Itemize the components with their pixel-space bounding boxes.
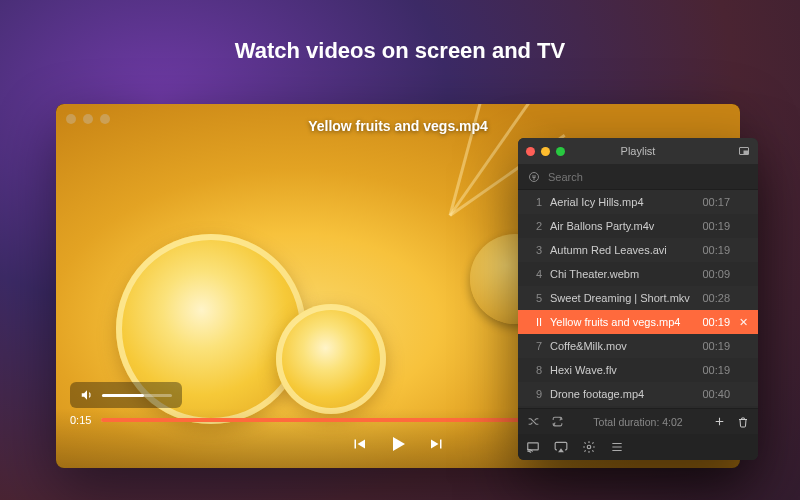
playlist-row-index: II (528, 316, 542, 328)
volume-fill (102, 394, 144, 397)
playlist-row-index: 1 (528, 196, 542, 208)
playlist-toggle-icon[interactable] (610, 440, 624, 454)
airplay-icon[interactable] (554, 440, 568, 454)
playlist-row-name: Coffe&Milk.mov (550, 340, 694, 352)
playlist-row-name: Air Ballons Party.m4v (550, 220, 694, 232)
playlist-row-duration: 00:19 (702, 244, 730, 256)
playlist-row[interactable]: 8Hexi Wave.flv00:19✕ (518, 358, 758, 382)
volume-control[interactable] (70, 382, 182, 408)
popout-icon[interactable] (738, 145, 750, 157)
playlist-row[interactable]: IIYellow fruits and vegs.mp400:19✕ (518, 310, 758, 334)
playlist-row-index: 4 (528, 268, 542, 280)
search-input[interactable] (548, 171, 748, 183)
playlist-row-duration: 00:40 (702, 388, 730, 400)
window-traffic-lights (66, 114, 110, 124)
cast-icon[interactable] (526, 440, 540, 454)
previous-button[interactable] (350, 435, 368, 453)
playlist-row[interactable]: 9Drone footage.mp400:40✕ (518, 382, 758, 406)
playlist-row-index: 7 (528, 340, 542, 352)
svg-marker-0 (82, 390, 87, 399)
playlist-row-index: 2 (528, 220, 542, 232)
playlist-row-duration: 00:09 (702, 268, 730, 280)
svg-marker-5 (558, 448, 564, 452)
playlist-row[interactable]: 7Coffe&Milk.mov00:19✕ (518, 334, 758, 358)
window-minimize-icon[interactable] (83, 114, 93, 124)
playlist-row-name: Autumn Red Leaves.avi (550, 244, 694, 256)
playlist-row-duration: 00:17 (702, 196, 730, 208)
playlist-row-name: Aerial Icy Hills.mp4 (550, 196, 694, 208)
page-headline: Watch videos on screen and TV (0, 38, 800, 64)
volume-icon (80, 388, 94, 402)
shuffle-icon[interactable] (526, 415, 540, 428)
svg-rect-2 (744, 151, 748, 154)
playlist-row-index: 9 (528, 388, 542, 400)
playlist-list: 1Aerial Icy Hills.mp400:17✕2Air Ballons … (518, 190, 758, 408)
playlist-row[interactable]: 5Sweet Dreaming | Short.mkv00:28✕ (518, 286, 758, 310)
add-button[interactable] (712, 415, 726, 428)
next-button[interactable] (428, 435, 446, 453)
playlist-row[interactable]: 2Air Ballons Party.m4v00:19✕ (518, 214, 758, 238)
play-button[interactable] (386, 432, 410, 456)
current-file-name: Yellow fruits and vegs.mp4 (56, 118, 740, 134)
playlist-row-name: Sweet Dreaming | Short.mkv (550, 292, 694, 304)
seek-fill (101, 418, 564, 422)
playlist-row[interactable]: 1Aerial Icy Hills.mp400:17✕ (518, 190, 758, 214)
volume-slider[interactable] (102, 394, 172, 397)
playlist-row-duration: 00:19 (702, 364, 730, 376)
playlist-title: Playlist (518, 145, 758, 157)
playlist-row-name: Chi Theater.webm (550, 268, 694, 280)
video-art (276, 304, 386, 414)
playlist-titlebar: Playlist (518, 138, 758, 164)
playlist-row-duration: 00:19 (702, 220, 730, 232)
playlist-row-index: 5 (528, 292, 542, 304)
filter-icon (528, 171, 540, 183)
playlist-row-duration: 00:28 (702, 292, 730, 304)
settings-icon[interactable] (582, 440, 596, 454)
playlist-row-name: Hexi Wave.flv (550, 364, 694, 376)
playlist-panel: Playlist 1Aerial Icy Hills.mp400:17✕2Air… (518, 138, 758, 460)
time-elapsed: 0:15 (70, 414, 91, 426)
repeat-icon[interactable] (550, 415, 564, 428)
playlist-row-index: 3 (528, 244, 542, 256)
svg-rect-4 (528, 443, 539, 450)
playlist-row-duration: 00:19 (702, 316, 730, 328)
svg-point-6 (587, 445, 591, 449)
window-zoom-icon[interactable] (100, 114, 110, 124)
remove-item-icon[interactable]: ✕ (738, 316, 748, 329)
playlist-footer: Total duration: 4:02 (518, 408, 758, 434)
playlist-row[interactable]: 4Chi Theater.webm00:09✕ (518, 262, 758, 286)
playlist-row[interactable]: 3Autumn Red Leaves.avi00:19✕ (518, 238, 758, 262)
total-duration: Total duration: 4:02 (574, 416, 702, 428)
window-close-icon[interactable] (66, 114, 76, 124)
playlist-bottombar (518, 434, 758, 460)
playlist-row-name: Yellow fruits and vegs.mp4 (550, 316, 694, 328)
playlist-row-index: 8 (528, 364, 542, 376)
delete-button[interactable] (736, 416, 750, 428)
playlist-row-duration: 00:19 (702, 340, 730, 352)
playlist-row-name: Drone footage.mp4 (550, 388, 694, 400)
playlist-search (518, 164, 758, 190)
